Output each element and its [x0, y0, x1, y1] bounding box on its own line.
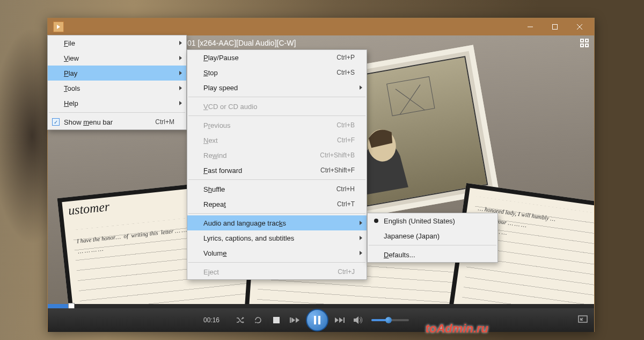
- volume-slider[interactable]: [371, 319, 409, 321]
- menu-help[interactable]: Help: [48, 96, 186, 111]
- seek-bar[interactable]: [48, 304, 594, 308]
- shortcut-label: Ctrl+S: [336, 69, 355, 76]
- svg-rect-12: [273, 317, 280, 323]
- shortcut-label: Ctrl+F: [337, 136, 355, 144]
- shortcut-label: Ctrl+J: [338, 268, 355, 276]
- previous-button[interactable]: [288, 313, 302, 327]
- menu-audio-language-tracks[interactable]: Audio and language tracks: [187, 215, 367, 230]
- chevron-right-icon: [179, 56, 182, 60]
- menu-separator: [369, 245, 496, 245]
- svg-rect-17: [318, 316, 320, 324]
- svg-rect-20: [343, 317, 345, 323]
- svg-rect-13: [290, 317, 291, 323]
- svg-rect-1: [553, 25, 558, 30]
- menu-previous: Previous Ctrl+B: [187, 118, 367, 133]
- svg-rect-4: [387, 77, 435, 116]
- chevron-right-icon: [179, 41, 182, 45]
- seek-progress: [48, 304, 72, 308]
- menu-eject: Eject Ctrl+J: [187, 264, 367, 279]
- menu-separator: [49, 112, 185, 113]
- close-button[interactable]: [567, 18, 592, 35]
- menu-shuffle[interactable]: Shuffle Ctrl+H: [187, 182, 367, 197]
- app-icon: [53, 21, 64, 32]
- shortcut-label: Ctrl+P: [336, 54, 355, 61]
- main-context-menu: File View Play Tools Help ✓ Show menu ba…: [47, 35, 187, 130]
- menu-play-speed[interactable]: Play speed: [187, 80, 367, 95]
- check-icon: ✓: [52, 118, 60, 126]
- menu-tools[interactable]: Tools: [48, 81, 186, 96]
- shortcut-label: Ctrl+Shift+F: [320, 167, 355, 174]
- shortcut-label: Ctrl+T: [337, 200, 355, 208]
- chevron-right-icon: [360, 236, 362, 240]
- menu-separator: [188, 213, 365, 214]
- next-button[interactable]: [333, 313, 347, 327]
- chevron-right-icon: [179, 86, 182, 90]
- volume-thumb[interactable]: [385, 317, 392, 323]
- menu-file[interactable]: File: [48, 35, 186, 50]
- menu-vcd-audio: VCD or CD audio: [187, 99, 367, 114]
- fullscreen-toggle-icon[interactable]: [580, 39, 589, 49]
- maximize-button[interactable]: [543, 18, 567, 35]
- menu-play-pause[interactable]: Play/Pause Ctrl+P: [187, 50, 367, 65]
- repeat-button[interactable]: [251, 313, 265, 327]
- elapsed-time: 00:16: [203, 316, 219, 324]
- menu-separator: [188, 97, 365, 97]
- mute-button[interactable]: [351, 313, 365, 327]
- svg-rect-11: [586, 44, 588, 47]
- shuffle-button[interactable]: [233, 313, 247, 327]
- menu-separator: [188, 115, 365, 116]
- menu-stop[interactable]: Stop Ctrl+S: [187, 65, 367, 80]
- play-submenu: Play/Pause Ctrl+P Stop Ctrl+S Play speed…: [187, 49, 367, 280]
- stop-button[interactable]: [269, 313, 283, 327]
- menu-lyrics-subtitles[interactable]: Lyrics, captions, and subtitles: [187, 230, 367, 245]
- svg-marker-18: [335, 317, 339, 323]
- minimize-button[interactable]: [518, 18, 543, 35]
- chevron-right-icon: [360, 85, 362, 90]
- audio-track-defaults[interactable]: Defaults...: [368, 247, 497, 262]
- radio-selected-icon: [374, 219, 378, 223]
- switch-view-button[interactable]: [578, 315, 588, 325]
- svg-marker-14: [291, 317, 295, 323]
- chevron-right-icon: [360, 221, 362, 225]
- shortcut-label: Ctrl+M: [155, 118, 174, 126]
- svg-rect-9: [586, 39, 588, 42]
- titlebar[interactable]: [48, 18, 594, 35]
- audio-track-english[interactable]: English (United States): [368, 213, 497, 228]
- menu-separator: [188, 262, 365, 263]
- svg-line-6: [396, 85, 425, 114]
- now-playing-title: 01 [x264-AAC][Dual Audio][C-W]: [187, 39, 296, 47]
- svg-marker-19: [339, 317, 343, 323]
- svg-rect-22: [579, 316, 587, 322]
- chevron-right-icon: [179, 71, 182, 75]
- svg-rect-10: [581, 44, 583, 47]
- chevron-right-icon: [360, 251, 362, 255]
- menu-repeat[interactable]: Repeat Ctrl+T: [187, 197, 367, 212]
- watermark-text: toAdmin.ru: [426, 322, 488, 336]
- menu-fast-forward[interactable]: Fast forward Ctrl+Shift+F: [187, 163, 367, 178]
- chevron-right-icon: [179, 101, 182, 105]
- menu-volume[interactable]: Volume: [187, 245, 367, 261]
- shortcut-label: Ctrl+H: [336, 185, 355, 193]
- menu-next: Next Ctrl+F: [187, 133, 367, 148]
- menu-view[interactable]: View: [48, 50, 186, 66]
- menu-rewind: Rewind Ctrl+Shift+B: [187, 148, 367, 163]
- svg-rect-8: [581, 39, 583, 42]
- audio-tracks-submenu: English (United States) Japanese (Japan)…: [367, 213, 498, 263]
- menu-show-menu-bar[interactable]: ✓ Show menu bar Ctrl+M: [48, 114, 186, 129]
- playback-controls: 00:16: [48, 308, 594, 332]
- shortcut-label: Ctrl+Shift+B: [320, 151, 355, 159]
- pause-icon: [313, 316, 321, 324]
- play-pause-button[interactable]: [306, 309, 328, 331]
- svg-marker-21: [354, 316, 358, 324]
- svg-marker-15: [296, 317, 299, 323]
- shortcut-label: Ctrl+B: [336, 121, 355, 129]
- menu-separator: [188, 179, 365, 180]
- menu-play[interactable]: Play: [48, 66, 186, 81]
- svg-rect-16: [314, 316, 316, 324]
- audio-track-japanese[interactable]: Japanese (Japan): [368, 228, 497, 243]
